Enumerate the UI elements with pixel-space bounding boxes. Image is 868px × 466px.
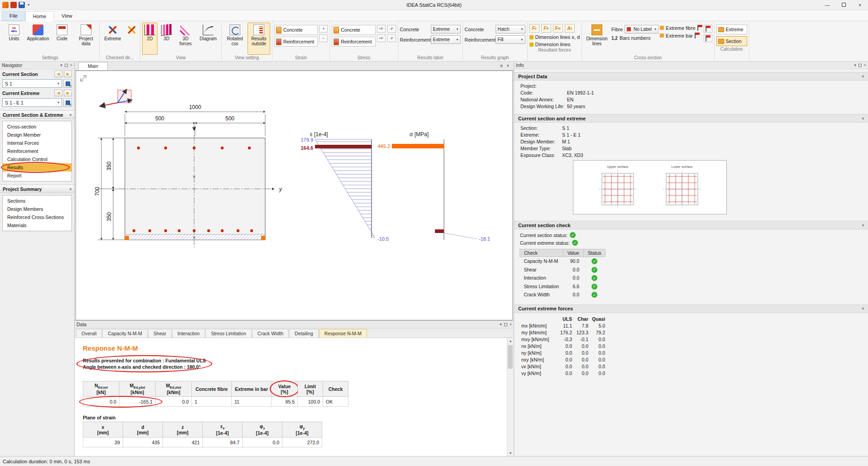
data-tab-capacity-n-m-m[interactable]: Capacity N-M-M bbox=[102, 329, 148, 338]
stress-plus-f-button[interactable]: +F bbox=[377, 25, 386, 33]
calculation-extreme-button[interactable]: Extreme bbox=[716, 24, 747, 34]
panel-close-icon[interactable]: × bbox=[864, 63, 866, 67]
panel-pin-icon[interactable] bbox=[858, 64, 862, 67]
code-button[interactable]: Code bbox=[51, 23, 73, 55]
strain-option-add-button[interactable]: + bbox=[319, 25, 328, 33]
minimize-button[interactable]: — bbox=[819, 0, 835, 10]
response-row[interactable]: 0.0 -165.1 0.0 1 11 95.5 100.0 OK bbox=[83, 397, 348, 407]
section-check-section-header[interactable]: Current section check « bbox=[514, 221, 868, 229]
data-tab-response-n-m-m[interactable]: Response N-M-M bbox=[319, 329, 367, 338]
nav-item-cross-section[interactable]: Cross-section bbox=[3, 123, 72, 131]
scroll-down-icon[interactable]: ▼ bbox=[509, 452, 512, 455]
close-button[interactable]: × bbox=[852, 0, 868, 10]
project-data-section-header[interactable]: Project Data « bbox=[514, 72, 868, 81]
menu-tab-view[interactable]: View bbox=[54, 11, 80, 21]
view-2d-button[interactable]: 2D bbox=[142, 23, 157, 55]
flag-button-2[interactable] bbox=[704, 34, 712, 42]
panel-close-icon[interactable]: × bbox=[70, 63, 72, 67]
data-tab-interaction[interactable]: Interaction bbox=[172, 329, 205, 338]
tab-main[interactable]: Main bbox=[78, 62, 108, 70]
maximize-button[interactable] bbox=[835, 0, 852, 10]
section-back-button[interactable]: ◀ bbox=[54, 71, 62, 77]
results-graph-concrete-dropdown[interactable]: Hatch ▾ bbox=[496, 25, 525, 33]
drawing-canvas[interactable]: 1000 500 500 700 350 350 bbox=[76, 71, 513, 320]
extreme-bar-toggle[interactable]: Extreme bar bbox=[660, 33, 702, 38]
nav-item-sections[interactable]: Sections bbox=[3, 197, 72, 205]
extreme-back-button[interactable]: ◀ bbox=[54, 90, 62, 96]
application-button[interactable]: Application bbox=[27, 23, 49, 55]
frt-button[interactable]: Frt bbox=[541, 24, 551, 33]
strain-reinforcement-toggle[interactable]: Reinforcement bbox=[274, 37, 318, 47]
tab-close-icon[interactable]: × bbox=[506, 63, 509, 68]
nav-item-materials[interactable]: Materials bbox=[3, 221, 72, 229]
panel-pin-icon[interactable] bbox=[65, 64, 68, 67]
units-button[interactable]: kNMPa Units bbox=[3, 23, 25, 55]
extreme-direction-button[interactable]: Extreme bbox=[101, 23, 124, 55]
stress-minus-f-button[interactable]: -F bbox=[387, 25, 396, 33]
fibre-dropdown[interactable]: No Label ▾ bbox=[625, 25, 658, 33]
section-extreme-section-header[interactable]: Current section and extreme « bbox=[514, 114, 868, 123]
scroll-thumb[interactable] bbox=[508, 345, 513, 369]
view-3d-button[interactable]: 3D bbox=[159, 23, 174, 55]
quick-access-dropdown-icon[interactable]: ▾ bbox=[27, 3, 30, 7]
extreme-fibre-toggle[interactable]: Extreme fibre bbox=[660, 25, 702, 31]
frc-button[interactable]: Frc bbox=[553, 24, 563, 33]
app-secondary-icon[interactable] bbox=[10, 2, 17, 8]
extreme-forward-button[interactable]: ▶ bbox=[64, 90, 72, 96]
plane-of-strain-row[interactable]: 39 435 421 84.7 0.0 272.0 bbox=[83, 437, 322, 447]
view-3d-forces-button[interactable]: 3D forces bbox=[176, 23, 196, 55]
fc-button[interactable]: Fc bbox=[529, 24, 539, 33]
nav-item-design-member[interactable]: Design Member bbox=[3, 131, 72, 139]
add-section-button[interactable] bbox=[63, 79, 72, 88]
nav-section-header-project-summary[interactable]: Project Summary« bbox=[0, 185, 74, 193]
nav-item-calculation-control[interactable]: Calculation Control bbox=[3, 155, 72, 163]
scroll-up-icon[interactable]: ▲ bbox=[509, 339, 512, 342]
nav-item-results[interactable]: Results bbox=[3, 163, 72, 171]
nav-section-header-current-section-extreme[interactable]: Current Section & Extreme« bbox=[0, 110, 74, 119]
results-label-concrete-dropdown[interactable]: Extreme ▾ bbox=[431, 25, 461, 33]
data-tab-stress-limitation[interactable]: Stress Limitation bbox=[205, 329, 252, 338]
dimension-lines-toggle[interactable]: Dimension lines bbox=[529, 42, 580, 47]
panel-dropdown-icon[interactable]: ▾ bbox=[60, 63, 62, 67]
results-graph-reinf-dropdown[interactable]: Fill ▾ bbox=[496, 35, 525, 44]
data-tab-shear[interactable]: Shear bbox=[148, 329, 172, 338]
data-tab-crack-width[interactable]: Crack Width bbox=[252, 329, 289, 338]
save-icon[interactable] bbox=[19, 2, 25, 8]
tab-menu-icon[interactable]: ≡ bbox=[500, 63, 503, 68]
stress-plus-f-button-2[interactable]: +F bbox=[377, 34, 386, 42]
menu-tab-file[interactable]: File bbox=[2, 11, 25, 21]
results-label-reinf-dropdown[interactable]: Extreme ▾ bbox=[431, 35, 461, 44]
flag-button-1[interactable] bbox=[704, 25, 712, 33]
extreme-forces-section-header[interactable]: Current extreme forces « bbox=[514, 304, 868, 313]
ac-button[interactable]: Ac bbox=[565, 24, 575, 33]
stress-concrete-toggle[interactable]: Concrete bbox=[332, 25, 375, 35]
nav-item-design-members[interactable]: Design Members bbox=[3, 205, 72, 213]
panel-dropdown-icon[interactable]: ▾ bbox=[854, 63, 856, 67]
data-tab-overall[interactable]: Overall bbox=[76, 329, 102, 338]
add-extreme-button[interactable] bbox=[63, 98, 72, 107]
panel-close-icon[interactable]: × bbox=[510, 322, 512, 327]
dimension-lines-xd-toggle[interactable]: Dimension lines x, d bbox=[529, 34, 580, 40]
app-icon[interactable] bbox=[2, 2, 9, 8]
menu-tab-home[interactable]: Home bbox=[25, 11, 54, 21]
direction-extra-button[interactable] bbox=[125, 23, 138, 55]
cs-dimension-lines-button[interactable]: Dimension lines bbox=[584, 23, 610, 55]
project-data-button[interactable]: Project data bbox=[75, 23, 97, 55]
nav-item-internal-forces[interactable]: Internal Forces bbox=[3, 139, 72, 147]
stress-minus-f-button-2[interactable]: -F bbox=[387, 34, 396, 42]
rotated-css-button[interactable]: Rotated css bbox=[224, 23, 246, 55]
strain-option-remove-button[interactable]: − bbox=[319, 34, 328, 42]
nav-item-reinforced-cross-sections[interactable]: Reinforced Cross-Sections bbox=[3, 213, 72, 221]
panel-pin-icon[interactable] bbox=[504, 323, 507, 326]
calculation-section-button[interactable]: Section bbox=[716, 36, 747, 46]
strain-concrete-toggle[interactable]: Concrete bbox=[274, 25, 318, 35]
panel-dropdown-icon[interactable]: ▾ bbox=[500, 322, 502, 327]
bars-numbers-toggle[interactable]: 1,2 Bars numbers bbox=[611, 35, 658, 41]
current-extreme-select[interactable]: S 1 - E 1 ▾ bbox=[2, 98, 62, 107]
current-section-select[interactable]: S 1 ▾ bbox=[2, 79, 62, 88]
nav-item-reinforcement[interactable]: Reinforcement bbox=[3, 147, 72, 155]
section-forward-button[interactable]: ▶ bbox=[64, 71, 72, 77]
nav-item-report[interactable]: Report bbox=[3, 171, 72, 180]
view-diagram-button[interactable]: Diagram bbox=[197, 23, 219, 55]
data-scrollbar[interactable]: ▲ ▼ bbox=[507, 338, 514, 456]
